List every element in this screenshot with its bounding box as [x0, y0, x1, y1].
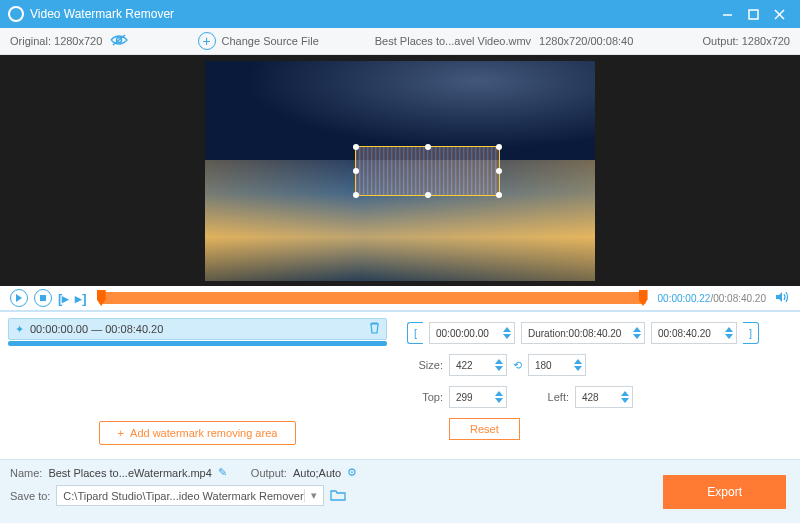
current-filename: Best Places to...avel Video.wmv	[375, 35, 531, 47]
spinner-down[interactable]	[620, 397, 630, 404]
svg-marker-8	[776, 292, 782, 302]
volume-icon[interactable]	[776, 291, 790, 305]
path-dropdown-icon[interactable]: ▾	[304, 489, 317, 502]
resize-handle[interactable]	[496, 192, 502, 198]
spinner-up[interactable]	[494, 358, 504, 365]
svg-marker-21	[621, 391, 629, 396]
spinner-down[interactable]	[502, 333, 512, 340]
svg-marker-12	[633, 334, 641, 339]
app-logo-icon	[8, 6, 24, 22]
svg-marker-6	[16, 294, 22, 302]
svg-marker-9	[503, 327, 511, 332]
svg-marker-15	[495, 359, 503, 364]
left-input[interactable]: 428	[575, 386, 633, 408]
segments-pane: ✦ 00:00:00.00 — 00:08:40.20 + Add waterm…	[0, 312, 395, 459]
spinner-down[interactable]	[573, 365, 583, 372]
svg-marker-13	[725, 327, 733, 332]
size-label: Size:	[407, 359, 443, 371]
resize-handle[interactable]	[353, 192, 359, 198]
save-path-input[interactable]: C:\Tipard Studio\Tipar...ideo Watermark …	[56, 485, 323, 506]
width-input[interactable]: 422	[449, 354, 507, 376]
export-button[interactable]: Export	[663, 475, 786, 509]
delete-segment-icon[interactable]	[369, 322, 380, 336]
spinner-up[interactable]	[620, 390, 630, 397]
resize-handle[interactable]	[353, 144, 359, 150]
resize-handle[interactable]	[425, 192, 431, 198]
stop-button[interactable]	[34, 289, 52, 307]
spinner-up[interactable]	[502, 326, 512, 333]
video-preview[interactable]	[0, 55, 800, 286]
spinner-up[interactable]	[573, 358, 583, 365]
svg-marker-14	[725, 334, 733, 339]
top-label: Top:	[407, 391, 443, 403]
preview-toggle-icon[interactable]	[110, 34, 128, 48]
svg-marker-19	[495, 391, 503, 396]
play-button[interactable]	[10, 289, 28, 307]
saveto-label: Save to:	[10, 490, 50, 502]
add-watermark-area-button[interactable]: + Add watermark removing area	[99, 421, 297, 445]
mark-out-button[interactable]: ▸]	[75, 291, 86, 306]
params-pane: [ 00:00:00.00 Duration:00:08:40.20 00:08…	[395, 312, 800, 459]
height-input[interactable]: 180	[528, 354, 586, 376]
output-resolution: Output: 1280x720	[703, 35, 790, 47]
segment-range: 00:00:00.00 — 00:08:40.20	[30, 323, 369, 335]
playback-controls: [▸ ▸] 00:00:00.22/00:08:40.20	[0, 286, 800, 312]
name-label: Name:	[10, 467, 42, 479]
titlebar: Video Watermark Remover	[0, 0, 800, 28]
reset-button[interactable]: Reset	[449, 418, 520, 440]
spinner-down[interactable]	[724, 333, 734, 340]
svg-marker-11	[633, 327, 641, 332]
set-end-button[interactable]: ]	[743, 322, 759, 344]
bottom-bar: Name: Best Places to...eWatermark.mp4 ✎ …	[0, 459, 800, 523]
spinner-up[interactable]	[724, 326, 734, 333]
output-name: Best Places to...eWatermark.mp4	[48, 467, 211, 479]
svg-marker-10	[503, 334, 511, 339]
left-label: Left:	[533, 391, 569, 403]
resize-handle[interactable]	[425, 144, 431, 150]
save-path-value: C:\Tipard Studio\Tipar...ideo Watermark …	[63, 490, 303, 502]
segment-bar	[8, 341, 387, 346]
output-format: Auto;Auto	[293, 467, 341, 479]
resize-handle[interactable]	[496, 168, 502, 174]
plus-icon: +	[118, 427, 124, 439]
close-button[interactable]	[766, 0, 792, 28]
watermark-selection-box[interactable]	[355, 146, 500, 196]
timeline-slider[interactable]	[99, 292, 646, 304]
spinner-down[interactable]	[494, 365, 504, 372]
duration-input[interactable]: Duration:00:08:40.20	[521, 322, 645, 344]
spinner-down[interactable]	[632, 333, 642, 340]
resize-handle[interactable]	[353, 168, 359, 174]
spinner-down[interactable]	[494, 397, 504, 404]
segment-row[interactable]: ✦ 00:00:00.00 — 00:08:40.20	[8, 318, 387, 340]
app-title: Video Watermark Remover	[30, 7, 714, 21]
change-source-label: Change Source File	[222, 35, 319, 47]
minimize-button[interactable]	[714, 0, 740, 28]
spinner-up[interactable]	[632, 326, 642, 333]
aspect-lock-icon[interactable]: ⟲	[513, 359, 522, 372]
output-settings-icon[interactable]: ⚙	[347, 466, 357, 479]
open-folder-icon[interactable]	[330, 489, 346, 503]
plus-icon: +	[198, 32, 216, 50]
set-start-button[interactable]: [	[407, 322, 423, 344]
svg-rect-7	[40, 295, 46, 301]
maximize-button[interactable]	[740, 0, 766, 28]
svg-marker-18	[574, 366, 582, 371]
spinner-up[interactable]	[494, 390, 504, 397]
segment-icon: ✦	[15, 323, 24, 336]
work-area: ✦ 00:00:00.00 — 00:08:40.20 + Add waterm…	[0, 312, 800, 459]
time-display: 00:00:00.22/00:08:40.20	[658, 293, 766, 304]
blur-overlay	[356, 147, 499, 195]
original-resolution: Original: 1280x720	[10, 35, 102, 47]
change-source-button[interactable]: + Change Source File	[198, 32, 319, 50]
top-input[interactable]: 299	[449, 386, 507, 408]
video-frame	[205, 61, 595, 281]
output-label: Output:	[251, 467, 287, 479]
start-time-input[interactable]: 00:00:00.00	[429, 322, 515, 344]
svg-marker-17	[574, 359, 582, 364]
end-time-input[interactable]: 00:08:40.20	[651, 322, 737, 344]
timeline-range	[99, 292, 646, 304]
resize-handle[interactable]	[496, 144, 502, 150]
mark-in-button[interactable]: [▸	[58, 291, 69, 306]
resolution-duration: 1280x720/00:08:40	[539, 35, 633, 47]
edit-name-icon[interactable]: ✎	[218, 466, 227, 479]
